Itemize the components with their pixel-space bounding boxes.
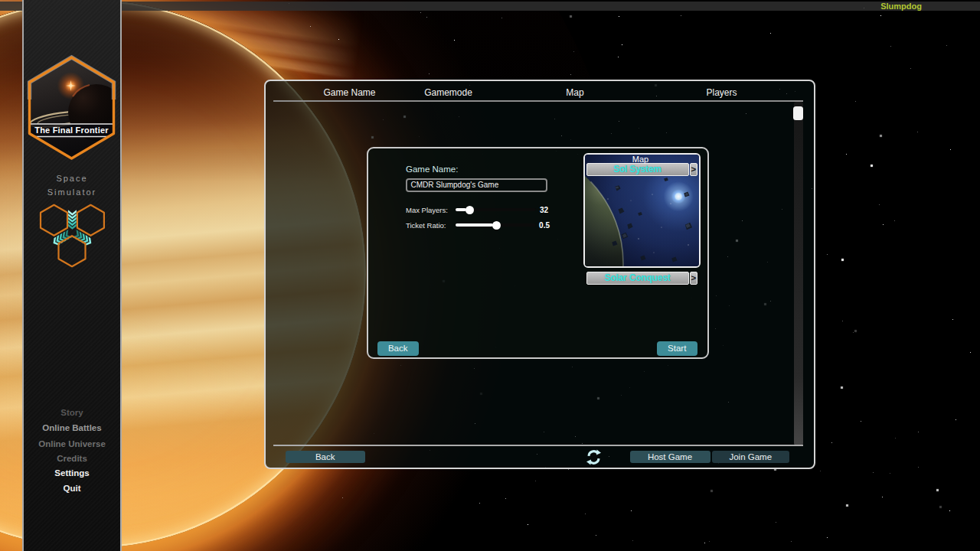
- svg-text:The Final Frontier: The Final Frontier: [34, 126, 109, 135]
